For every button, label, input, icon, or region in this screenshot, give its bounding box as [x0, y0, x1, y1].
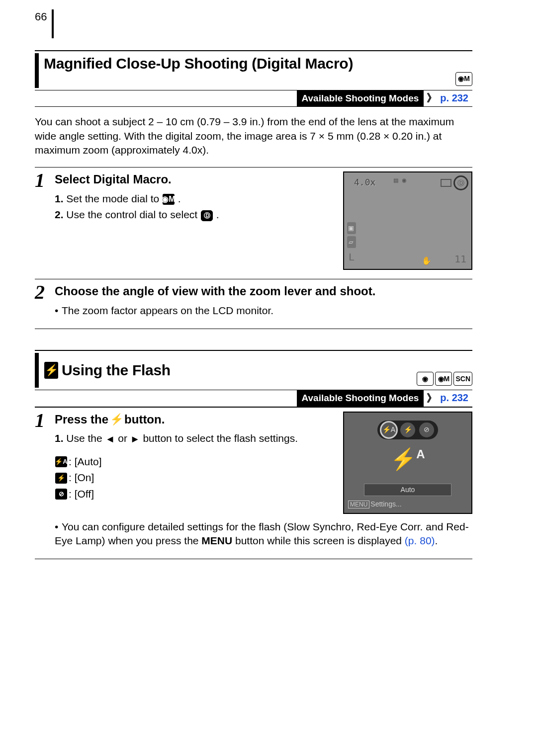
lcd-stabilizer-icon: ✋: [422, 255, 432, 266]
lcd-zoom-factor: 4.0x: [354, 176, 375, 188]
lcd-shots-remaining: 11: [454, 252, 466, 266]
step-number: 1: [35, 408, 55, 559]
flash-on-icon: ⚡: [55, 473, 67, 484]
page-number: 66: [35, 9, 54, 38]
arrow-left-icon: ◄: [105, 433, 115, 444]
lcd-drive-icon: ▱: [347, 236, 356, 248]
section-title: Magnified Close-Up Shooting (Digital Mac…: [39, 53, 455, 88]
lcd-flash-auto-option: ⚡A: [381, 422, 396, 437]
camera-m-icon: ◉M: [163, 194, 175, 205]
lcd-top-icons: ▤ ◉: [394, 175, 406, 185]
lcd-preview-macro: 4.0x ▤ ◉ Ⓓ ▣ ▱ L ✋ 11: [343, 171, 472, 270]
page-reference-link[interactable]: (p. 80): [405, 535, 435, 546]
mode-badge-camera-m: ◉M: [455, 72, 472, 86]
lcd-flash-mode-label: Auto: [364, 484, 451, 496]
section-intro: You can shoot a subject 2 – 10 cm (0.79 …: [35, 115, 472, 157]
step-substep-1: 1. Use the ◄ or ► button to select the f…: [55, 431, 336, 446]
chevron-right-icon: 》: [424, 91, 440, 105]
available-modes-label: Available Shooting Modes: [297, 390, 424, 407]
flash-icon: ⚡: [112, 414, 121, 425]
section-title: ⚡ Using the Flash: [39, 353, 417, 388]
title-accent: [35, 353, 39, 388]
flash-off-icon: ⊘: [55, 489, 67, 500]
flash-step-1-row: 1 Press the ⚡ button. 1. Use the ◄ or ► …: [35, 407, 472, 560]
lcd-rect-icon: [441, 179, 451, 187]
chevron-right-icon: 》: [424, 391, 440, 405]
lcd-flash-large-icon: ⚡A: [390, 445, 425, 474]
available-modes-row: Available Shooting Modes 》 p. 232: [35, 90, 472, 107]
mode-badge-camera-m: ◉M: [435, 372, 452, 386]
lcd-flash-off-option: ⊘: [419, 422, 434, 437]
step-number: 2: [35, 279, 55, 329]
page-reference-link[interactable]: p. 232: [440, 391, 472, 405]
lcd-preview-flash: ⚡A ⚡ ⊘ ⚡A Auto MENUSettings...: [343, 412, 472, 514]
page-reference-link[interactable]: p. 232: [440, 91, 472, 105]
camera-icon: ◉: [458, 74, 464, 84]
camera-icon: ◉: [422, 374, 428, 384]
arrow-right-icon: ►: [130, 433, 140, 444]
camera-icon: ◉: [438, 374, 444, 384]
lcd-flash-on-option: ⚡: [400, 422, 415, 437]
lcd-size-indicator: L: [347, 250, 356, 264]
mode-badge-scn: SCN: [453, 372, 472, 386]
title-accent: [35, 53, 39, 88]
section-using-flash: ⚡ Using the Flash ◉ ◉M SCN: [35, 350, 472, 390]
section-magnified-close-up: Magnified Close-Up Shooting (Digital Mac…: [35, 50, 472, 90]
digital-macro-icon: Ⓓ: [201, 210, 213, 221]
lcd-dmacro-circle-icon: Ⓓ: [453, 175, 468, 190]
step-number: 1: [35, 168, 55, 279]
flash-note: •You can configure detailed settings for…: [55, 520, 472, 548]
step-2-row: 2 Choose the angle of view with the zoom…: [35, 279, 472, 329]
step-substep-1: 1. Set the mode dial to ◉M .: [55, 192, 336, 206]
available-modes-row: Available Shooting Modes 》 p. 232: [35, 390, 472, 407]
step-title: Choose the angle of view with the zoom l…: [55, 283, 472, 299]
step-bullet: •The zoom factor appears on the LCD moni…: [55, 304, 472, 318]
step-substep-2: 2. Use the control dial to select Ⓓ .: [55, 208, 336, 222]
lcd-flash-selector: ⚡A ⚡ ⊘: [377, 420, 438, 439]
flash-mode-list: ⚡A: [Auto] ⚡: [On] ⊘: [Off]: [55, 455, 336, 501]
step-1-row: 1 Select Digital Macro. 1. Set the mode …: [35, 167, 472, 279]
flash-auto-icon: ⚡A: [55, 456, 67, 467]
lcd-meter-icon: ▣: [347, 222, 356, 234]
mode-badge-camera: ◉: [417, 372, 434, 386]
step-title: Press the ⚡ button.: [55, 412, 336, 427]
step-title: Select Digital Macro.: [55, 171, 336, 187]
lcd-menu-hint: MENUSettings...: [348, 500, 402, 509]
flash-icon: ⚡: [44, 362, 58, 379]
available-modes-label: Available Shooting Modes: [297, 90, 424, 107]
